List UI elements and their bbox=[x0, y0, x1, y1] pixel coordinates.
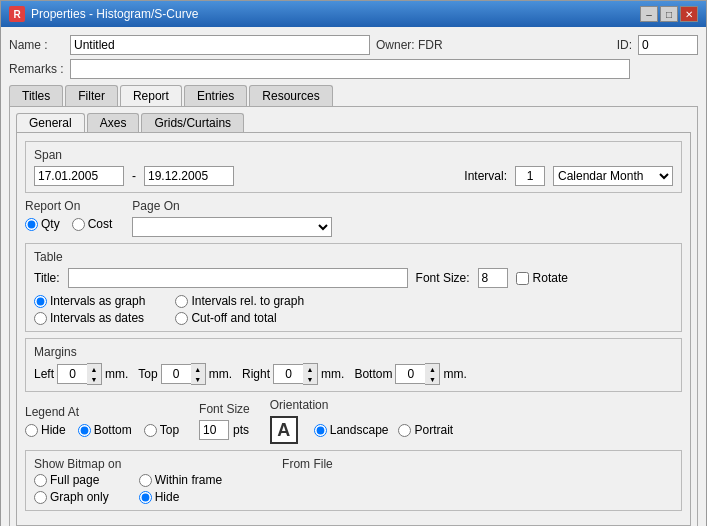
report-on-radios: Qty Cost bbox=[25, 217, 112, 231]
orient-radios: A Landscape Portrait bbox=[270, 416, 453, 444]
margins-row: Left ▲ ▼ mm. bbox=[34, 363, 673, 385]
intervals-cutoff-radio[interactable] bbox=[175, 312, 188, 325]
margin-bottom-group: Bottom ▲ ▼ mm. bbox=[354, 363, 466, 385]
margin-top-input[interactable] bbox=[161, 364, 191, 384]
margin-right-input[interactable] bbox=[273, 364, 303, 384]
margin-bottom-spinners: ▲ ▼ bbox=[425, 363, 440, 385]
interval-unit-select[interactable]: Calendar Month Calendar Week Calendar Da… bbox=[553, 166, 673, 186]
from-file-group: From File bbox=[282, 457, 333, 473]
intervals-as-graph-radio[interactable] bbox=[34, 295, 47, 308]
id-input[interactable] bbox=[638, 35, 698, 55]
margins-label: Margins bbox=[34, 345, 673, 359]
margins-section: Margins Left ▲ ▼ bbox=[25, 338, 682, 392]
remarks-input[interactable] bbox=[70, 59, 630, 79]
span-start-input[interactable] bbox=[34, 166, 124, 186]
orientation-label: Orientation bbox=[270, 398, 453, 412]
font-size-input2[interactable] bbox=[199, 420, 229, 440]
legend-radios: Hide Bottom Top bbox=[25, 423, 179, 437]
margin-left-label: Left bbox=[34, 367, 54, 381]
sub-tab-general[interactable]: General bbox=[16, 113, 85, 132]
bitmap-fullpage-radio[interactable] bbox=[34, 474, 47, 487]
sub-tab-grids[interactable]: Grids/Curtains bbox=[141, 113, 244, 132]
legend-orient-row: Legend At Hide Bottom bbox=[25, 398, 682, 444]
intervals-as-graph[interactable]: Intervals as graph bbox=[34, 294, 145, 308]
bitmap-graphonly-radio[interactable] bbox=[34, 491, 47, 504]
legend-bottom-radio[interactable] bbox=[78, 424, 91, 437]
margin-top-down[interactable]: ▼ bbox=[191, 374, 205, 384]
name-row: Name : Owner: FDR ID: bbox=[9, 35, 698, 55]
report-on-cost-radio[interactable] bbox=[72, 218, 85, 231]
bitmap-withinframe[interactable]: Within frame bbox=[139, 473, 222, 487]
legend-hide-radio[interactable] bbox=[25, 424, 38, 437]
table-title-input[interactable] bbox=[68, 268, 408, 288]
span-end-input[interactable] bbox=[144, 166, 234, 186]
interval-value-input[interactable] bbox=[515, 166, 545, 186]
margin-bottom-input[interactable] bbox=[395, 364, 425, 384]
legend-group: Legend At Hide Bottom bbox=[25, 405, 179, 437]
table-font-size-input[interactable] bbox=[478, 268, 508, 288]
title-bar: R Properties - Histogram/S-Curve – □ ✕ bbox=[1, 1, 706, 27]
legend-top-radio[interactable] bbox=[144, 424, 157, 437]
main-window: R Properties - Histogram/S-Curve – □ ✕ N… bbox=[0, 0, 707, 526]
margin-bottom-up[interactable]: ▲ bbox=[425, 364, 439, 374]
landscape-radio-label[interactable]: Landscape bbox=[314, 423, 389, 437]
page-on-label: Page On bbox=[132, 199, 332, 213]
orientation-a-icon: A bbox=[270, 416, 298, 444]
bitmap-hide-radio[interactable] bbox=[139, 491, 152, 504]
owner-label: Owner: FDR bbox=[376, 38, 443, 52]
tab-titles[interactable]: Titles bbox=[9, 85, 63, 106]
tab-filter[interactable]: Filter bbox=[65, 85, 118, 106]
legend-hide[interactable]: Hide bbox=[25, 423, 66, 437]
intervals-cutoff[interactable]: Cut-off and total bbox=[175, 311, 304, 325]
margin-left-group: Left ▲ ▼ mm. bbox=[34, 363, 128, 385]
rotate-checkbox[interactable] bbox=[516, 272, 529, 285]
name-label: Name : bbox=[9, 38, 64, 52]
margin-left-input[interactable] bbox=[57, 364, 87, 384]
bitmap-fullpage[interactable]: Full page bbox=[34, 473, 109, 487]
tab-resources[interactable]: Resources bbox=[249, 85, 332, 106]
bitmap-hide[interactable]: Hide bbox=[139, 490, 222, 504]
table-title-label: Title: bbox=[34, 271, 60, 285]
font-size-group: Font Size pts bbox=[199, 402, 250, 440]
font-size-row: pts bbox=[199, 420, 250, 440]
tab-report[interactable]: Report bbox=[120, 85, 182, 106]
legend-top[interactable]: Top bbox=[144, 423, 179, 437]
margin-left-down[interactable]: ▼ bbox=[87, 374, 101, 384]
margin-left-unit: mm. bbox=[105, 367, 128, 381]
portrait-radio[interactable] bbox=[398, 424, 411, 437]
maximize-button[interactable]: □ bbox=[660, 6, 678, 22]
margin-left-up[interactable]: ▲ bbox=[87, 364, 101, 374]
page-on-select[interactable] bbox=[132, 217, 332, 237]
report-on-cost[interactable]: Cost bbox=[72, 217, 113, 231]
intervals-col2: Intervals rel. to graph Cut-off and tota… bbox=[175, 294, 304, 325]
close-window-button[interactable]: ✕ bbox=[680, 6, 698, 22]
sub-tab-axes[interactable]: Axes bbox=[87, 113, 140, 132]
landscape-radio[interactable] bbox=[314, 424, 327, 437]
font-size-label2: Font Size bbox=[199, 402, 250, 416]
margin-right-up[interactable]: ▲ bbox=[303, 364, 317, 374]
name-input[interactable] bbox=[70, 35, 370, 55]
margin-left-spinners: ▲ ▼ bbox=[87, 363, 102, 385]
margin-right-down[interactable]: ▼ bbox=[303, 374, 317, 384]
bitmap-label: Show Bitmap on bbox=[34, 457, 222, 471]
main-tab-content: General Axes Grids/Curtains Span - Inter… bbox=[9, 106, 698, 526]
bitmap-graphonly[interactable]: Graph only bbox=[34, 490, 109, 504]
report-on-qty[interactable]: Qty bbox=[25, 217, 60, 231]
table-label: Table bbox=[34, 250, 673, 264]
tab-entries[interactable]: Entries bbox=[184, 85, 247, 106]
span-section: Span - Interval: Calendar Month Calendar… bbox=[25, 141, 682, 193]
intervals-rel-graph-radio[interactable] bbox=[175, 295, 188, 308]
minimize-button[interactable]: – bbox=[640, 6, 658, 22]
margin-bottom-down[interactable]: ▼ bbox=[425, 374, 439, 384]
bitmap-withinframe-radio[interactable] bbox=[139, 474, 152, 487]
intervals-as-dates-radio[interactable] bbox=[34, 312, 47, 325]
legend-bottom[interactable]: Bottom bbox=[78, 423, 132, 437]
portrait-radio-label[interactable]: Portrait bbox=[398, 423, 453, 437]
intervals-as-dates[interactable]: Intervals as dates bbox=[34, 311, 145, 325]
bitmap-col2: Within frame Hide bbox=[139, 473, 222, 504]
from-file-label: From File bbox=[282, 457, 333, 471]
sub-tab-row: General Axes Grids/Curtains bbox=[16, 113, 691, 132]
intervals-rel-graph[interactable]: Intervals rel. to graph bbox=[175, 294, 304, 308]
margin-top-up[interactable]: ▲ bbox=[191, 364, 205, 374]
report-on-qty-radio[interactable] bbox=[25, 218, 38, 231]
